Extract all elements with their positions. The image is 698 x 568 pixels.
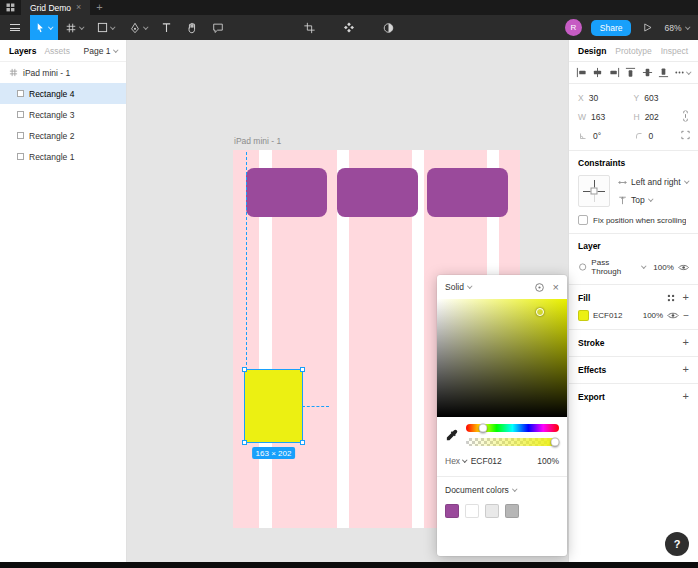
rotation-icon — [578, 131, 588, 141]
document-color-swatch[interactable] — [485, 504, 499, 518]
saturation-value-area[interactable] — [437, 299, 567, 417]
tab-design[interactable]: Design — [578, 46, 606, 56]
tab-close-icon[interactable]: × — [76, 3, 81, 12]
comment-tool-button[interactable] — [205, 15, 231, 40]
chevron-down-icon[interactable] — [110, 24, 115, 29]
shape-tool-button[interactable] — [90, 15, 122, 40]
blend-mode-select[interactable]: Pass Through — [591, 258, 637, 276]
file-tab-title: Grid Demo — [30, 3, 71, 13]
rectangle-layer-icon — [17, 111, 24, 118]
radius-value: 0 — [649, 131, 654, 141]
constrain-proportions-toggle[interactable] — [680, 110, 691, 123]
rectangle-4-selected[interactable]: 163 × 202 — [245, 370, 302, 442]
align-bottom-icon[interactable] — [658, 67, 669, 78]
eye-icon[interactable] — [678, 263, 689, 272]
resize-handle-top-left[interactable] — [242, 367, 247, 372]
page-selector[interactable]: Page 1 — [84, 46, 117, 56]
color-selector-knob[interactable] — [536, 308, 544, 316]
close-icon[interactable]: × — [553, 282, 559, 293]
edit-object-button[interactable] — [297, 15, 323, 40]
width-input[interactable]: W 163 — [578, 112, 634, 122]
align-vertical-center-icon[interactable] — [642, 67, 653, 78]
hue-knob[interactable] — [478, 424, 487, 433]
color-format-select[interactable]: Hex — [445, 456, 467, 466]
align-horizontal-center-icon[interactable] — [592, 67, 603, 78]
add-effect-button[interactable]: + — [683, 364, 689, 375]
rectangle-2[interactable] — [337, 168, 418, 217]
help-button[interactable]: ? — [665, 532, 689, 556]
horizontal-constraint-select[interactable]: Left and right — [618, 177, 688, 187]
independent-corners-toggle[interactable] — [680, 129, 691, 142]
remove-fill-button[interactable]: − — [683, 311, 689, 321]
tab-layers[interactable]: Layers — [9, 46, 36, 56]
eyedropper-icon[interactable] — [445, 429, 458, 442]
rectangle-3[interactable] — [427, 168, 508, 217]
y-value: 603 — [644, 93, 658, 103]
file-tab[interactable]: Grid Demo × — [21, 0, 90, 15]
present-button[interactable] — [640, 15, 655, 40]
chevron-down-icon — [687, 69, 692, 74]
share-button[interactable]: Share — [591, 20, 632, 36]
chevron-down-icon[interactable] — [143, 24, 148, 29]
tab-inspect[interactable]: Inspect — [661, 46, 688, 56]
distribute-menu[interactable] — [674, 67, 691, 78]
layer-row-rectangle-3[interactable]: Rectangle 3 — [0, 104, 126, 125]
align-top-icon[interactable] — [625, 67, 636, 78]
layer-row-rectangle-1[interactable]: Rectangle 1 — [0, 146, 126, 167]
zoom-menu[interactable]: 68% — [664, 23, 689, 33]
add-stroke-button[interactable]: + — [683, 337, 689, 348]
hue-slider[interactable] — [466, 424, 559, 432]
document-color-swatch[interactable] — [445, 504, 459, 518]
tab-prototype[interactable]: Prototype — [615, 46, 651, 56]
resize-handle-bottom-left[interactable] — [242, 440, 247, 445]
document-color-swatch[interactable] — [465, 504, 479, 518]
alpha-slider[interactable] — [466, 438, 559, 446]
align-left-icon[interactable] — [576, 67, 587, 78]
pen-tool-button[interactable] — [122, 15, 155, 40]
layer-opacity-input[interactable]: 100% — [653, 263, 673, 272]
eye-icon[interactable] — [667, 311, 679, 320]
main-menu-button[interactable] — [0, 15, 30, 40]
fill-color-swatch[interactable] — [578, 310, 589, 321]
rotation-input[interactable]: 0° — [578, 131, 634, 141]
chevron-down-icon[interactable] — [48, 24, 53, 29]
zoom-level: 68% — [664, 23, 681, 33]
create-component-button[interactable] — [336, 15, 363, 40]
fill-hex-input[interactable]: ECF012 — [593, 311, 622, 320]
layer-row-rectangle-2[interactable]: Rectangle 2 — [0, 125, 126, 146]
fill-opacity-input[interactable]: 100% — [643, 311, 663, 320]
styles-icon[interactable] — [666, 293, 676, 303]
paint-type-select[interactable]: Solid — [445, 282, 471, 292]
resize-handle-bottom-right[interactable] — [300, 440, 305, 445]
alpha-knob[interactable] — [551, 438, 560, 447]
text-tool-button[interactable] — [154, 15, 179, 40]
y-input[interactable]: Y 603 — [634, 93, 690, 103]
document-color-swatch[interactable] — [505, 504, 519, 518]
comment-icon — [212, 22, 224, 34]
align-right-icon[interactable] — [609, 67, 620, 78]
resize-handle-top-right[interactable] — [300, 367, 305, 372]
rectangle-1[interactable] — [246, 168, 327, 217]
document-colors-toggle[interactable]: Document colors — [445, 485, 559, 495]
vertical-constraint-select[interactable]: Top — [618, 195, 688, 205]
layer-row-frame[interactable]: iPad mini - 1 — [0, 62, 126, 83]
move-tool-button[interactable] — [30, 15, 58, 40]
add-fill-button[interactable]: + — [683, 292, 689, 303]
frame-tool-button[interactable] — [58, 15, 91, 40]
hand-tool-button[interactable] — [179, 15, 205, 40]
use-as-mask-button[interactable] — [376, 15, 402, 40]
chevron-down-icon[interactable] — [79, 24, 84, 29]
fix-position-checkbox[interactable] — [578, 215, 588, 225]
tab-assets[interactable]: Assets — [44, 46, 70, 56]
x-input[interactable]: X 30 — [578, 93, 634, 103]
color-picker: Solid × — [437, 275, 567, 556]
constraints-widget[interactable] — [578, 175, 610, 207]
opacity-input[interactable]: 100% — [537, 456, 559, 466]
picker-options-icon[interactable] — [534, 282, 545, 293]
new-tab-button[interactable]: + — [96, 2, 102, 13]
frame-title[interactable]: iPad mini - 1 — [234, 136, 281, 146]
hex-input[interactable]: ECF012 — [471, 456, 534, 466]
add-export-button[interactable]: + — [683, 391, 689, 402]
avatar[interactable]: R — [565, 19, 582, 36]
layer-row-rectangle-4[interactable]: Rectangle 4 — [0, 83, 126, 104]
